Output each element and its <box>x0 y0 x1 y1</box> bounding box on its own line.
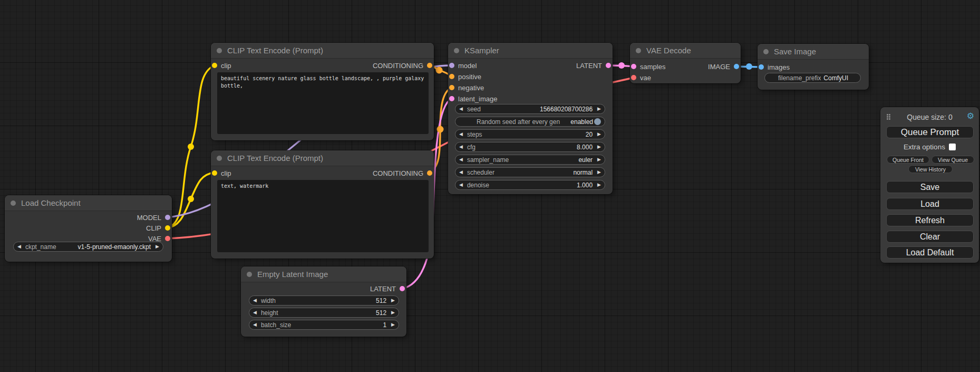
node-clip-text-encode-positive[interactable]: CLIP Text Encode (Prompt) clip CONDITION… <box>211 43 434 140</box>
clear-button[interactable]: Clear <box>886 231 974 243</box>
collapse-dot-icon[interactable] <box>454 48 459 53</box>
settings-gear-icon[interactable]: ⚙ <box>967 111 974 121</box>
decrement-arrow-icon[interactable]: ◀ <box>459 183 463 187</box>
latent-input-dot-icon[interactable] <box>449 96 454 101</box>
slot-label: CONDITIONING <box>373 62 423 70</box>
random-seed-toggle-widget[interactable]: Random seed after every gen enabled <box>455 117 605 127</box>
filename-prefix-widget[interactable]: filename_prefix ComfyUI <box>764 73 861 83</box>
node-title-bar[interactable]: Load Checkpoint <box>5 195 172 211</box>
decrement-arrow-icon[interactable]: ◀ <box>253 322 257 327</box>
sampler-name-widget[interactable]: ◀ sampler_name euler ▶ <box>455 155 605 165</box>
load-button[interactable]: Load <box>886 198 974 210</box>
node-title-bar[interactable]: Save Image <box>758 44 869 60</box>
link-dot[interactable] <box>188 144 194 150</box>
link-dot[interactable] <box>436 67 443 74</box>
queue-panel[interactable]: Queue size: 0 ⚙ Queue Prompt Extra optio… <box>880 107 979 263</box>
view-queue-button[interactable]: View Queue <box>932 156 974 164</box>
view-history-button[interactable]: View History <box>908 165 953 173</box>
extra-options-row: Extra options <box>880 143 979 151</box>
positive-prompt-textarea[interactable]: beautiful scenery nature glass bottle la… <box>217 72 429 134</box>
image-input-dot-icon[interactable] <box>759 64 764 70</box>
increment-arrow-icon[interactable]: ▶ <box>597 183 601 187</box>
collapse-dot-icon[interactable] <box>11 201 16 206</box>
node-save-image[interactable]: Save Image images filename_prefix ComfyU… <box>758 44 869 90</box>
queue-front-button[interactable]: Queue Front <box>887 156 929 164</box>
increment-arrow-icon[interactable]: ▶ <box>597 145 601 149</box>
decrement-arrow-icon[interactable]: ◀ <box>253 310 257 315</box>
batch-size-widget[interactable]: ◀ batch_size 1 ▶ <box>249 320 399 330</box>
increment-arrow-icon[interactable]: ▶ <box>156 244 159 249</box>
save-button[interactable]: Save <box>886 181 974 193</box>
ckpt-name-widget[interactable]: ◀ ckpt_name v1-5-pruned-emaonly.ckpt ▶ <box>13 242 163 252</box>
node-title-bar[interactable]: Empty Latent Image <box>241 266 406 282</box>
collapse-dot-icon[interactable] <box>247 272 252 277</box>
collapse-dot-icon[interactable] <box>217 48 222 53</box>
collapse-dot-icon[interactable] <box>636 48 641 53</box>
image-output-dot-icon[interactable] <box>734 64 739 69</box>
increment-arrow-icon[interactable]: ▶ <box>597 107 601 111</box>
load-default-button[interactable]: Load Default <box>886 246 974 259</box>
collapse-dot-icon[interactable] <box>763 49 769 54</box>
refresh-button[interactable]: Refresh <box>886 214 974 226</box>
negative-prompt-textarea[interactable]: text, watermark <box>217 180 429 252</box>
decrement-arrow-icon[interactable]: ◀ <box>459 145 463 149</box>
increment-arrow-icon[interactable]: ▶ <box>597 132 601 137</box>
extra-options-checkbox[interactable] <box>949 144 956 150</box>
decrement-arrow-icon[interactable]: ◀ <box>459 107 463 111</box>
output-slot-model: MODEL <box>137 213 170 222</box>
toggle-knob-icon[interactable] <box>594 118 601 125</box>
clip-output-dot-icon[interactable] <box>165 225 170 231</box>
cfg-widget[interactable]: ◀ cfg 8.000 ▶ <box>455 142 605 152</box>
node-title-bar[interactable]: CLIP Text Encode (Prompt) <box>211 43 434 59</box>
height-widget[interactable]: ◀ height 512 ▶ <box>249 308 399 318</box>
decrement-arrow-icon[interactable]: ◀ <box>17 244 21 249</box>
scheduler-widget[interactable]: ◀ scheduler normal ▶ <box>455 167 605 177</box>
increment-arrow-icon[interactable]: ▶ <box>391 310 395 315</box>
comfyui-canvas[interactable]: { "colors": { "model_slot": "#B39DDB", "… <box>0 0 980 372</box>
input-slot-latent-image: latent_image <box>449 94 497 103</box>
conditioning-output-dot-icon[interactable] <box>427 63 432 68</box>
increment-arrow-icon[interactable]: ▶ <box>597 157 601 162</box>
clip-input-dot-icon[interactable] <box>212 63 217 68</box>
conditioning-input-dot-icon[interactable] <box>449 74 454 79</box>
decrement-arrow-icon[interactable]: ◀ <box>459 157 463 162</box>
model-output-dot-icon[interactable] <box>165 215 170 220</box>
latent-output-dot-icon[interactable] <box>400 286 405 291</box>
latent-input-dot-icon[interactable] <box>631 64 636 69</box>
decrement-arrow-icon[interactable]: ◀ <box>459 132 463 137</box>
node-title-bar[interactable]: CLIP Text Encode (Prompt) <box>211 150 434 166</box>
widget-value: 1 <box>383 321 386 329</box>
decrement-arrow-icon[interactable]: ◀ <box>459 170 463 175</box>
link-dot[interactable] <box>188 196 194 202</box>
latent-output-dot-icon[interactable] <box>606 63 611 68</box>
vae-input-dot-icon[interactable] <box>631 75 636 80</box>
link-dot[interactable] <box>437 126 444 133</box>
node-title-bar[interactable]: VAE Decode <box>630 43 741 59</box>
increment-arrow-icon[interactable]: ▶ <box>597 170 601 175</box>
widget-value: 512 <box>376 309 386 317</box>
vae-output-dot-icon[interactable] <box>165 236 170 241</box>
denoise-widget[interactable]: ◀ denoise 1.000 ▶ <box>455 180 605 190</box>
link-dot[interactable] <box>618 62 625 69</box>
node-load-checkpoint[interactable]: Load Checkpoint MODEL CLIP VAE ◀ ckpt_na… <box>5 195 172 262</box>
increment-arrow-icon[interactable]: ▶ <box>391 322 395 327</box>
width-widget[interactable]: ◀ width 512 ▶ <box>249 295 399 306</box>
node-ksampler[interactable]: KSampler model positive negative latent_… <box>448 43 613 194</box>
node-empty-latent-image[interactable]: Empty Latent Image LATENT ◀ width 512 ▶ … <box>241 266 406 337</box>
link-dot[interactable] <box>746 63 752 70</box>
collapse-dot-icon[interactable] <box>217 156 222 161</box>
queue-prompt-button[interactable]: Queue Prompt <box>886 126 974 138</box>
decrement-arrow-icon[interactable]: ◀ <box>253 298 257 303</box>
widget-label: ckpt_name <box>25 243 56 251</box>
node-clip-text-encode-negative[interactable]: CLIP Text Encode (Prompt) clip CONDITION… <box>211 150 434 259</box>
increment-arrow-icon[interactable]: ▶ <box>391 298 395 303</box>
node-title-bar[interactable]: KSampler <box>448 43 613 59</box>
clip-input-dot-icon[interactable] <box>212 170 217 176</box>
conditioning-output-dot-icon[interactable] <box>427 170 432 176</box>
steps-widget[interactable]: ◀ steps 20 ▶ <box>455 129 605 139</box>
model-input-dot-icon[interactable] <box>449 63 454 68</box>
seed-widget[interactable]: ◀ seed 156680208700286 ▶ <box>455 104 605 114</box>
node-vae-decode[interactable]: VAE Decode samples vae IMAGE <box>630 43 741 83</box>
conditioning-input-dot-icon[interactable] <box>449 85 454 90</box>
widget-label: width <box>261 297 276 304</box>
